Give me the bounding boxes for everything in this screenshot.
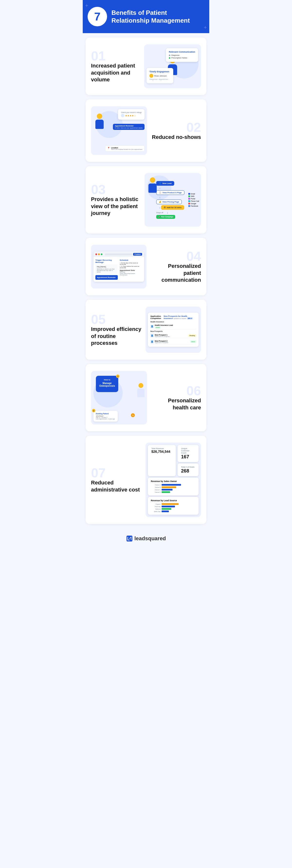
leadsquared-logo-icon — [126, 535, 133, 542]
section-3-illustration: 👤 New Lead ↓ 📋 View Product A Page ↓ 💰 V… — [145, 173, 201, 227]
right-stats: Unique Customer Count 167 Total # of Dea… — [178, 445, 198, 476]
section-4-row: 04 Personalized patient communication Pu… — [91, 245, 201, 288]
patient-journey-flow: 👤 New Lead ↓ 📋 View Product A Page ↓ 💰 V… — [156, 176, 199, 224]
relevant-comm-card: Relevant Communication Diagnose Prescrip… — [166, 48, 198, 62]
ratings-card: Check your doctor's ratings ★★★★☆ — [118, 109, 145, 120]
section-6-left: 06 Personalized health care — [151, 384, 201, 411]
section-7-text: Reduced administrative cost — [91, 479, 142, 493]
section-7-left: 07 Reduced administrative cost — [91, 466, 142, 493]
section-2-row: 02 Reduced no-shows Check your doctor's … — [91, 106, 201, 155]
appointment-reminder: Appointment Reminder Hi John, Here are y… — [113, 124, 145, 130]
section-5-number: 05 — [91, 313, 142, 326]
section-4-number: 04 — [150, 250, 201, 263]
footer-brand: leadsquared — [134, 535, 166, 542]
section-3-number: 03 — [91, 183, 141, 196]
section-6: 06 Personalized health care How to Manag… — [86, 364, 206, 431]
revenue-by-lead-panel: Revenue by Lead Source Organic Paid Ads … — [148, 497, 198, 515]
osteo-card: How to Manage Osteoporosis 1 — [96, 376, 118, 392]
section-1: 01 Increased patient acquisition and vol… — [86, 37, 206, 95]
page-header: 7 Benefits of Patient Relationship Manag… — [83, 0, 209, 33]
flow-wait: ⏱ wait for 10 mins — [161, 205, 184, 210]
section-3-left: 03 Provides a holistic view of the patie… — [91, 183, 141, 217]
section-6-illustration: How to Manage Osteoporosis 1 Existing Pa… — [91, 371, 147, 425]
run-campaign-button[interactable]: 🚀 Run Campaign — [156, 215, 175, 219]
prospect-panel: Application Completion New Prospects for… — [148, 313, 198, 347]
section-1-text: Increased patient acquisition and volume — [91, 62, 140, 83]
revenue-stats: Total Revenue $26,754,544 Unique Custome… — [148, 445, 198, 476]
section-2-number: 02 — [151, 121, 201, 134]
section-3-row: 03 Provides a holistic view of the patie… — [91, 173, 201, 227]
section-3: 03 Provides a holistic view of the patie… — [86, 166, 206, 234]
section-1-left: 01 Increased patient acquisition and vol… — [91, 49, 140, 83]
section-1-row: 01 Increased patient acquisition and vol… — [91, 44, 201, 88]
header-title: Benefits of Patient Relationship Managem… — [111, 9, 190, 25]
section-3-text: Provides a holistic view of the patient … — [91, 196, 141, 217]
section-2-left: 02 Reduced no-shows — [151, 121, 201, 141]
section-5-left: 05 Improved efficiency of routine proces… — [91, 313, 142, 347]
section-4-illustration: Publish Trigger Recurring Message Hey [N… — [91, 245, 146, 288]
section-1-number: 01 — [91, 49, 140, 62]
section-2: 02 Reduced no-shows Check your doctor's … — [86, 99, 206, 162]
total-revenue-card: Total Revenue $26,754,544 — [148, 445, 176, 476]
section-4-left: 04 Personalized patient communication — [150, 250, 201, 284]
flow-channels: Email SMS Portal Phone Call Google Faceb… — [188, 193, 199, 207]
location-card: 📍 Location Here's the hospital location … — [105, 146, 145, 152]
section-7: 07 Reduced administrative cost Total Rev… — [86, 436, 206, 524]
step-3-badge: 3 — [131, 413, 135, 417]
flow-lead: 👤 New Lead — [156, 181, 174, 186]
revenue-by-owner-panel: Revenue by Sales Owner Owner A Owner B O… — [148, 477, 198, 495]
section-6-number: 06 — [151, 384, 201, 397]
lead-source-chart: Organic Paid Ads Referral Sales Ops — [151, 503, 196, 512]
section-7-number: 07 — [91, 466, 142, 479]
section-7-row: 07 Reduced administrative cost Total Rev… — [91, 442, 201, 517]
section-1-illustration: Relevant Communication Diagnose Prescrip… — [144, 44, 201, 88]
total-deals-card: Total # of Deals 268 — [178, 464, 198, 476]
section-2-illustration: Check your doctor's ratings ★★★★☆ Appoin… — [91, 106, 147, 155]
sales-owner-chart: Owner A Owner B Owner C Owner D — [151, 484, 196, 493]
automation-browser: Publish Trigger Recurring Message Hey [N… — [94, 251, 144, 282]
section-6-row: 06 Personalized health care How to Manag… — [91, 371, 201, 425]
flow-step1: 📋 View Product A Page — [156, 190, 184, 195]
timely-engagement-card: Timely Engagemen Rose Johnson Diagnose A… — [146, 68, 173, 83]
section-5-row: 05 Improved efficiency of routine proces… — [91, 307, 201, 353]
section-7-illustration: Total Revenue $26,754,544 Unique Custome… — [146, 442, 201, 517]
unique-customers-card: Unique Customer Count 167 — [178, 445, 198, 462]
existing-patient-card: Existing Patient Julia Brown Age 47, Gen… — [94, 411, 118, 422]
section-5: 05 Improved efficiency of routine proces… — [86, 300, 206, 360]
section-5-text: Improved efficiency of routine processes — [91, 326, 142, 347]
section-6-text: Personalized health care — [151, 397, 201, 411]
page-footer: leadsquared — [83, 528, 209, 548]
section-2-text: Reduced no-shows — [151, 134, 201, 141]
section-5-illustration: Application Completion New Prospects for… — [146, 307, 201, 353]
section-4: 04 Personalized patient communication Pu… — [86, 238, 206, 296]
header-number: 7 — [87, 7, 107, 26]
flow-steps: 👤 New Lead ↓ 📋 View Product A Page ↓ 💰 V… — [156, 181, 184, 219]
section-4-text: Personalized patient communication — [150, 263, 201, 284]
flow-step2: 💰 View Pricing Page — [156, 199, 182, 204]
